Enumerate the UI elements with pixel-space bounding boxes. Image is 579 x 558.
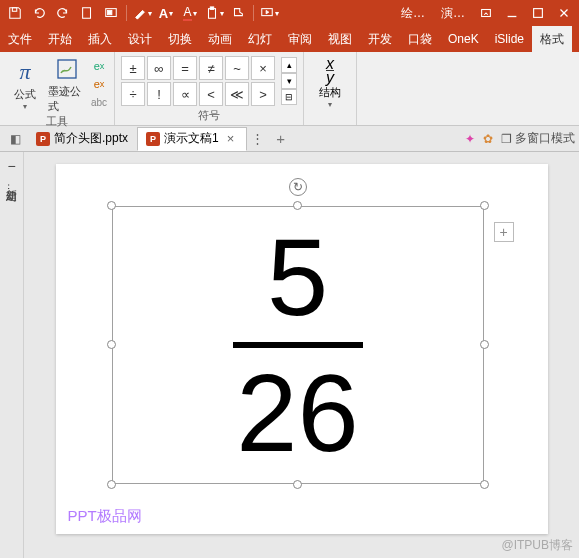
tab-overflow-icon[interactable]: ⋮: [247, 131, 268, 146]
symbol-greaterthan[interactable]: >: [251, 82, 275, 106]
tab-onekey[interactable]: OneK: [440, 26, 487, 52]
watermark-right: @ITPUB博客: [501, 537, 573, 554]
quick-access-toolbar: A A: [4, 2, 280, 24]
tab-design2[interactable]: 设计: [572, 26, 579, 52]
fraction-icon: xy: [316, 57, 344, 85]
small-tool-2[interactable]: ex: [90, 76, 108, 92]
tab-islide[interactable]: iSlide: [487, 26, 532, 52]
undo-icon[interactable]: [28, 2, 50, 24]
font-color-icon[interactable]: A: [179, 2, 201, 24]
slideshow-icon[interactable]: [258, 2, 280, 24]
tab-design[interactable]: 设计: [120, 26, 160, 52]
zoom-fit-icon[interactable]: ✦: [465, 132, 475, 146]
tab-transitions[interactable]: 切换: [160, 26, 200, 52]
symbol-grid: ± ∞ = ≠ ~ × ÷ ! ∝ < ≪ >: [121, 56, 275, 106]
ppt-icon: P: [146, 132, 160, 146]
format-painter-icon[interactable]: [227, 2, 249, 24]
slide-rail[interactable]: − 新建幻…: [0, 152, 24, 558]
symbol-plusminus[interactable]: ±: [121, 56, 145, 80]
collapse-icon[interactable]: −: [7, 158, 15, 174]
doc-tab-1[interactable]: P 简介头图.pptx: [27, 127, 137, 151]
formula-button[interactable]: π 公式 ▾: [6, 57, 44, 111]
fraction-denominator[interactable]: 26: [236, 358, 358, 468]
paste-icon[interactable]: [203, 2, 225, 24]
minimize-icon[interactable]: [501, 2, 523, 24]
small-tool-3[interactable]: abc: [90, 94, 108, 110]
tab-format[interactable]: 格式: [532, 26, 572, 52]
tab-slideshow[interactable]: 幻灯: [240, 26, 280, 52]
slide[interactable]: + 5 26 PPT极品网: [56, 164, 548, 534]
tab-animations[interactable]: 动画: [200, 26, 240, 52]
close-tab-icon[interactable]: ×: [223, 131, 239, 146]
tab-view[interactable]: 视图: [320, 26, 360, 52]
document-tabs: ◧ P 简介头图.pptx P 演示文稿1 × ⋮ + ✦ ✿ ❐ 多窗口模式: [0, 126, 579, 152]
symbol-scroll-down[interactable]: ▾: [281, 73, 297, 89]
rail-label: 新建幻…: [4, 180, 19, 195]
ink-icon: [55, 54, 79, 84]
fraction-numerator[interactable]: 5: [267, 222, 328, 332]
tabs-menu-icon[interactable]: ◧: [4, 132, 27, 146]
tab-file[interactable]: 文件: [0, 26, 40, 52]
symbol-divide[interactable]: ÷: [121, 82, 145, 106]
pi-icon: π: [19, 57, 30, 87]
doc-tab-2[interactable]: P 演示文稿1 ×: [137, 127, 247, 151]
structure-fraction-button[interactable]: xy 结构 ▾: [310, 57, 350, 109]
svg-rect-4: [208, 9, 215, 19]
titlebar-right: 绘… 演…: [395, 2, 575, 24]
fraction[interactable]: 5 26: [112, 206, 484, 484]
ribbon-options-icon[interactable]: [475, 2, 497, 24]
tab-developer[interactable]: 开发: [360, 26, 400, 52]
group-label-symbols: 符号: [121, 108, 297, 125]
symbol-notequal[interactable]: ≠: [199, 56, 223, 80]
close-icon[interactable]: [553, 2, 575, 24]
tab-home[interactable]: 开始: [40, 26, 80, 52]
symbol-equals[interactable]: =: [173, 56, 197, 80]
new-file-icon[interactable]: [76, 2, 98, 24]
ribbon-group-tools: π 公式 ▾ 墨迹公式 ex ex abc 工具: [0, 52, 115, 125]
window-icon: ❐: [501, 132, 512, 146]
symbol-scroll-up[interactable]: ▴: [281, 57, 297, 73]
svg-rect-1: [83, 8, 91, 19]
equation-object[interactable]: + 5 26: [112, 206, 484, 484]
symbol-lessthan[interactable]: <: [199, 82, 223, 106]
multiwindow-button[interactable]: ❐ 多窗口模式: [501, 130, 575, 147]
group-label-struct: [310, 111, 350, 125]
symbol-proportional[interactable]: ∝: [173, 82, 197, 106]
small-tool-1[interactable]: ex: [90, 58, 108, 74]
fraction-bar: [233, 342, 363, 348]
redo-icon[interactable]: [52, 2, 74, 24]
maximize-icon[interactable]: [527, 2, 549, 24]
symbol-muchless[interactable]: ≪: [225, 82, 249, 106]
context-tab-draw[interactable]: 绘…: [395, 5, 431, 22]
svg-rect-5: [210, 7, 214, 10]
symbol-more[interactable]: ⊟: [281, 89, 297, 105]
editor-canvas: − 新建幻… + 5 26 PPT极: [0, 152, 579, 558]
title-bar: A A 绘… 演…: [0, 0, 579, 26]
new-tab-button[interactable]: +: [268, 130, 293, 147]
symbol-nav: ▴ ▾ ⊟: [281, 57, 297, 105]
rotate-handle[interactable]: [289, 178, 307, 196]
marker-icon[interactable]: [131, 2, 153, 24]
ppt-icon: P: [36, 132, 50, 146]
ribbon-group-structures: xy 结构 ▾: [304, 52, 357, 125]
symbol-tilde[interactable]: ~: [225, 56, 249, 80]
settings-icon[interactable]: ✿: [483, 132, 493, 146]
watermark-left: PPT极品网: [68, 507, 142, 526]
context-tab-present[interactable]: 演…: [435, 5, 471, 22]
ink-formula-button[interactable]: 墨迹公式: [48, 54, 86, 114]
tab-review[interactable]: 审阅: [280, 26, 320, 52]
svg-rect-0: [12, 8, 16, 12]
font-size-icon[interactable]: A: [155, 2, 177, 24]
symbol-times[interactable]: ×: [251, 56, 275, 80]
ribbon-group-symbols: ± ∞ = ≠ ~ × ÷ ! ∝ < ≪ > ▴ ▾ ⊟ 符号: [115, 52, 304, 125]
add-placeholder-button[interactable]: +: [494, 222, 514, 242]
tab-insert[interactable]: 插入: [80, 26, 120, 52]
ribbon-tabs: 文件 开始 插入 设计 切换 动画 幻灯 审阅 视图 开发 口袋 OneK iS…: [0, 26, 579, 52]
symbol-factorial[interactable]: !: [147, 82, 171, 106]
tab-koudai[interactable]: 口袋: [400, 26, 440, 52]
symbol-infinity[interactable]: ∞: [147, 56, 171, 80]
save-icon[interactable]: [4, 2, 26, 24]
preview-icon[interactable]: [100, 2, 122, 24]
svg-rect-12: [58, 60, 76, 78]
svg-rect-3: [108, 10, 112, 14]
